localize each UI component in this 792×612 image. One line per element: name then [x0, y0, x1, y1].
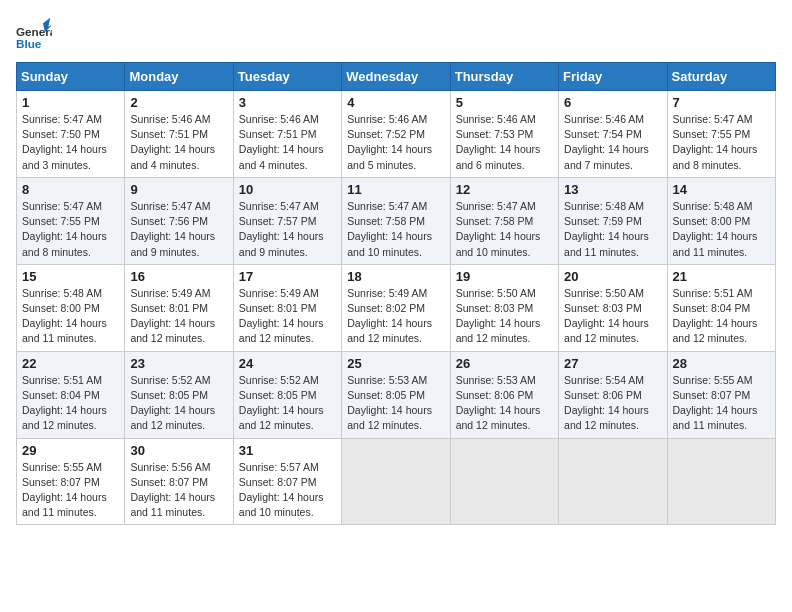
calendar-cell — [450, 438, 558, 525]
day-number: 26 — [456, 356, 553, 371]
day-number: 2 — [130, 95, 227, 110]
calendar-cell: 28 Sunrise: 5:55 AMSunset: 8:07 PMDaylig… — [667, 351, 775, 438]
calendar-cell: 29 Sunrise: 5:55 AMSunset: 8:07 PMDaylig… — [17, 438, 125, 525]
calendar-cell: 4 Sunrise: 5:46 AMSunset: 7:52 PMDayligh… — [342, 91, 450, 178]
day-detail: Sunrise: 5:49 AMSunset: 8:01 PMDaylight:… — [239, 286, 336, 347]
calendar-cell: 1 Sunrise: 5:47 AMSunset: 7:50 PMDayligh… — [17, 91, 125, 178]
calendar-cell — [559, 438, 667, 525]
day-detail: Sunrise: 5:57 AMSunset: 8:07 PMDaylight:… — [239, 460, 336, 521]
calendar-cell: 13 Sunrise: 5:48 AMSunset: 7:59 PMDaylig… — [559, 177, 667, 264]
calendar-cell: 16 Sunrise: 5:49 AMSunset: 8:01 PMDaylig… — [125, 264, 233, 351]
column-header-thursday: Thursday — [450, 63, 558, 91]
calendar-cell: 23 Sunrise: 5:52 AMSunset: 8:05 PMDaylig… — [125, 351, 233, 438]
calendar-cell: 22 Sunrise: 5:51 AMSunset: 8:04 PMDaylig… — [17, 351, 125, 438]
column-header-saturday: Saturday — [667, 63, 775, 91]
logo-icon: General Blue — [16, 16, 52, 52]
day-number: 16 — [130, 269, 227, 284]
day-detail: Sunrise: 5:47 AMSunset: 7:58 PMDaylight:… — [347, 199, 444, 260]
day-detail: Sunrise: 5:47 AMSunset: 7:56 PMDaylight:… — [130, 199, 227, 260]
day-detail: Sunrise: 5:47 AMSunset: 7:57 PMDaylight:… — [239, 199, 336, 260]
day-number: 4 — [347, 95, 444, 110]
calendar-cell: 3 Sunrise: 5:46 AMSunset: 7:51 PMDayligh… — [233, 91, 341, 178]
day-detail: Sunrise: 5:47 AMSunset: 7:55 PMDaylight:… — [22, 199, 119, 260]
calendar-cell: 31 Sunrise: 5:57 AMSunset: 8:07 PMDaylig… — [233, 438, 341, 525]
day-detail: Sunrise: 5:46 AMSunset: 7:53 PMDaylight:… — [456, 112, 553, 173]
calendar-cell: 9 Sunrise: 5:47 AMSunset: 7:56 PMDayligh… — [125, 177, 233, 264]
calendar-cell: 19 Sunrise: 5:50 AMSunset: 8:03 PMDaylig… — [450, 264, 558, 351]
day-detail: Sunrise: 5:46 AMSunset: 7:54 PMDaylight:… — [564, 112, 661, 173]
calendar-cell: 11 Sunrise: 5:47 AMSunset: 7:58 PMDaylig… — [342, 177, 450, 264]
calendar-week-row: 1 Sunrise: 5:47 AMSunset: 7:50 PMDayligh… — [17, 91, 776, 178]
day-number: 8 — [22, 182, 119, 197]
day-detail: Sunrise: 5:53 AMSunset: 8:06 PMDaylight:… — [456, 373, 553, 434]
day-number: 29 — [22, 443, 119, 458]
day-detail: Sunrise: 5:46 AMSunset: 7:52 PMDaylight:… — [347, 112, 444, 173]
day-detail: Sunrise: 5:52 AMSunset: 8:05 PMDaylight:… — [130, 373, 227, 434]
svg-text:Blue: Blue — [16, 37, 42, 50]
calendar-cell: 18 Sunrise: 5:49 AMSunset: 8:02 PMDaylig… — [342, 264, 450, 351]
day-number: 22 — [22, 356, 119, 371]
calendar-cell — [342, 438, 450, 525]
day-detail: Sunrise: 5:47 AMSunset: 7:55 PMDaylight:… — [673, 112, 770, 173]
calendar-week-row: 15 Sunrise: 5:48 AMSunset: 8:00 PMDaylig… — [17, 264, 776, 351]
column-header-friday: Friday — [559, 63, 667, 91]
day-detail: Sunrise: 5:50 AMSunset: 8:03 PMDaylight:… — [456, 286, 553, 347]
day-detail: Sunrise: 5:49 AMSunset: 8:02 PMDaylight:… — [347, 286, 444, 347]
calendar-cell: 26 Sunrise: 5:53 AMSunset: 8:06 PMDaylig… — [450, 351, 558, 438]
day-number: 11 — [347, 182, 444, 197]
calendar-cell: 15 Sunrise: 5:48 AMSunset: 8:00 PMDaylig… — [17, 264, 125, 351]
day-number: 6 — [564, 95, 661, 110]
calendar-cell — [667, 438, 775, 525]
calendar-cell: 14 Sunrise: 5:48 AMSunset: 8:00 PMDaylig… — [667, 177, 775, 264]
day-number: 3 — [239, 95, 336, 110]
calendar-cell: 27 Sunrise: 5:54 AMSunset: 8:06 PMDaylig… — [559, 351, 667, 438]
calendar-cell: 12 Sunrise: 5:47 AMSunset: 7:58 PMDaylig… — [450, 177, 558, 264]
calendar-week-row: 29 Sunrise: 5:55 AMSunset: 8:07 PMDaylig… — [17, 438, 776, 525]
day-number: 7 — [673, 95, 770, 110]
calendar-week-row: 22 Sunrise: 5:51 AMSunset: 8:04 PMDaylig… — [17, 351, 776, 438]
day-detail: Sunrise: 5:54 AMSunset: 8:06 PMDaylight:… — [564, 373, 661, 434]
day-number: 28 — [673, 356, 770, 371]
day-detail: Sunrise: 5:55 AMSunset: 8:07 PMDaylight:… — [673, 373, 770, 434]
day-number: 1 — [22, 95, 119, 110]
calendar-header-row: SundayMondayTuesdayWednesdayThursdayFrid… — [17, 63, 776, 91]
page-header: General Blue — [16, 16, 776, 52]
day-number: 24 — [239, 356, 336, 371]
day-number: 12 — [456, 182, 553, 197]
day-detail: Sunrise: 5:48 AMSunset: 8:00 PMDaylight:… — [673, 199, 770, 260]
calendar-table: SundayMondayTuesdayWednesdayThursdayFrid… — [16, 62, 776, 525]
calendar-cell: 20 Sunrise: 5:50 AMSunset: 8:03 PMDaylig… — [559, 264, 667, 351]
day-number: 21 — [673, 269, 770, 284]
calendar-cell: 10 Sunrise: 5:47 AMSunset: 7:57 PMDaylig… — [233, 177, 341, 264]
day-number: 13 — [564, 182, 661, 197]
day-number: 20 — [564, 269, 661, 284]
column-header-tuesday: Tuesday — [233, 63, 341, 91]
day-number: 15 — [22, 269, 119, 284]
day-detail: Sunrise: 5:56 AMSunset: 8:07 PMDaylight:… — [130, 460, 227, 521]
logo: General Blue — [16, 16, 52, 52]
day-detail: Sunrise: 5:52 AMSunset: 8:05 PMDaylight:… — [239, 373, 336, 434]
day-detail: Sunrise: 5:48 AMSunset: 7:59 PMDaylight:… — [564, 199, 661, 260]
day-number: 27 — [564, 356, 661, 371]
calendar-cell: 8 Sunrise: 5:47 AMSunset: 7:55 PMDayligh… — [17, 177, 125, 264]
day-number: 18 — [347, 269, 444, 284]
day-detail: Sunrise: 5:55 AMSunset: 8:07 PMDaylight:… — [22, 460, 119, 521]
day-number: 17 — [239, 269, 336, 284]
calendar-cell: 6 Sunrise: 5:46 AMSunset: 7:54 PMDayligh… — [559, 91, 667, 178]
calendar-cell: 30 Sunrise: 5:56 AMSunset: 8:07 PMDaylig… — [125, 438, 233, 525]
day-detail: Sunrise: 5:53 AMSunset: 8:05 PMDaylight:… — [347, 373, 444, 434]
day-detail: Sunrise: 5:46 AMSunset: 7:51 PMDaylight:… — [239, 112, 336, 173]
day-number: 19 — [456, 269, 553, 284]
calendar-cell: 2 Sunrise: 5:46 AMSunset: 7:51 PMDayligh… — [125, 91, 233, 178]
day-number: 23 — [130, 356, 227, 371]
calendar-cell: 7 Sunrise: 5:47 AMSunset: 7:55 PMDayligh… — [667, 91, 775, 178]
day-detail: Sunrise: 5:49 AMSunset: 8:01 PMDaylight:… — [130, 286, 227, 347]
column-header-wednesday: Wednesday — [342, 63, 450, 91]
day-detail: Sunrise: 5:48 AMSunset: 8:00 PMDaylight:… — [22, 286, 119, 347]
day-detail: Sunrise: 5:50 AMSunset: 8:03 PMDaylight:… — [564, 286, 661, 347]
day-detail: Sunrise: 5:47 AMSunset: 7:50 PMDaylight:… — [22, 112, 119, 173]
day-detail: Sunrise: 5:46 AMSunset: 7:51 PMDaylight:… — [130, 112, 227, 173]
day-number: 9 — [130, 182, 227, 197]
day-number: 10 — [239, 182, 336, 197]
calendar-cell: 17 Sunrise: 5:49 AMSunset: 8:01 PMDaylig… — [233, 264, 341, 351]
